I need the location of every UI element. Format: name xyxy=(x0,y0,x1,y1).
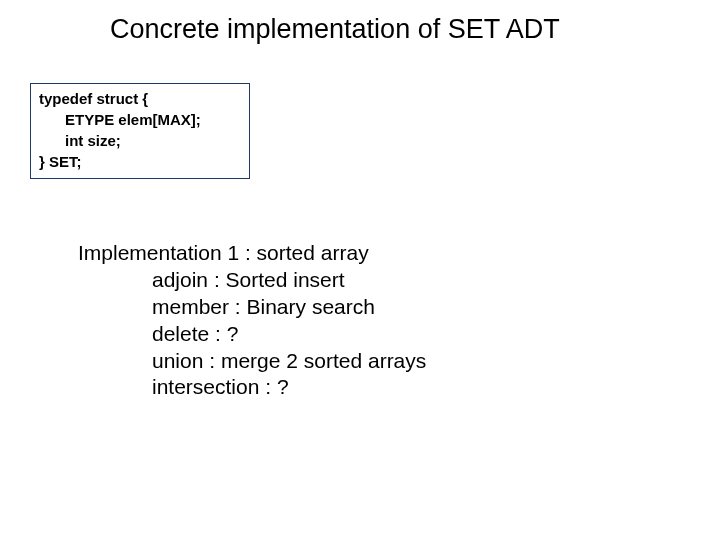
code-line: int size; xyxy=(39,130,241,151)
code-line: typedef struct { xyxy=(39,90,148,107)
code-line: ETYPE elem[MAX]; xyxy=(39,109,241,130)
body-item: member : Binary search xyxy=(78,294,426,321)
body-item: adjoin : Sorted insert xyxy=(78,267,426,294)
body-item: intersection : ? xyxy=(78,374,426,401)
slide-title: Concrete implementation of SET ADT xyxy=(110,14,560,45)
body-block: Implementation 1 : sorted array adjoin :… xyxy=(78,240,426,401)
body-heading: Implementation 1 : sorted array xyxy=(78,241,369,264)
code-box: typedef struct { ETYPE elem[MAX]; int si… xyxy=(30,83,250,179)
body-item: delete : ? xyxy=(78,321,426,348)
body-item: union : merge 2 sorted arrays xyxy=(78,348,426,375)
code-line: } SET; xyxy=(39,153,82,170)
